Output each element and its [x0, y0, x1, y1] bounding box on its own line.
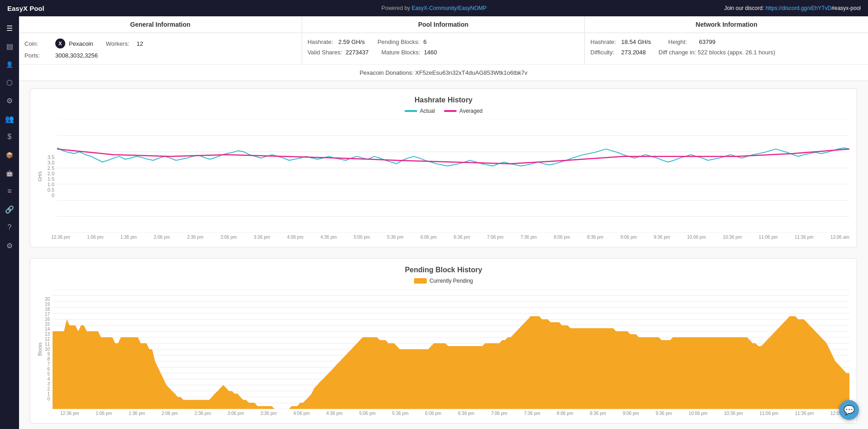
hashrate-x-axis: 12:36 pm 1:06 pm 1:36 pm 2:06 pm 2:36 pm…: [38, 235, 849, 240]
pending-chart-legend: Currently Pending: [38, 278, 849, 284]
pool-info-header: Pool Information: [302, 16, 585, 33]
pool-shares-row: Valid Shares: 2273437 Mature Blocks: 146…: [308, 47, 579, 58]
legend-pending-label: Currently Pending: [429, 278, 473, 284]
app-logo: EasyX Pool: [7, 5, 44, 12]
sidebar-item-user-add[interactable]: 👤: [1, 56, 18, 72]
hashrate-svg: [57, 120, 849, 233]
donation-bar: Pexacoin Donations: XF5zeEsu63n32xT4duAG…: [19, 64, 868, 81]
sidebar-item-settings[interactable]: ⚙: [1, 237, 18, 254]
discord-info: Join our discord: https://discord.gg/xEh…: [724, 5, 861, 11]
discord-tag: #easyx-pool: [831, 5, 861, 11]
hashrate-y-axis: 3.5 3.0 2.5 2.0 1.5 1.0 0.5 0: [43, 154, 57, 198]
sidebar: ☰ ▤ 👤 ⬡ ⚙ 👥 $ 📦 🤖 ≡ 🔗 ? ⚙: [0, 16, 19, 429]
powered-text: Powered by EasyX-Community/EasyNOMP: [381, 5, 487, 11]
discord-label: Join our discord:: [724, 5, 765, 11]
svg-marker-29: [53, 316, 849, 409]
pending-chart-inner: [53, 289, 849, 409]
sidebar-item-dashboard[interactable]: ▤: [1, 38, 18, 54]
chat-bubble[interactable]: 💬: [839, 400, 859, 420]
coin-name: Pexacoin: [69, 40, 93, 47]
ports-label: Ports:: [24, 52, 52, 59]
sidebar-item-workers[interactable]: ⚙: [1, 92, 18, 109]
coin-label: Coin:: [24, 40, 52, 47]
sidebar-item-menu[interactable]: ☰: [1, 20, 18, 36]
pool-hashrate-value: 2.59 GH/s: [338, 39, 365, 45]
main-content: General Information Pool Information Net…: [19, 16, 868, 429]
height-label: Height:: [668, 39, 695, 45]
workers-label: Workers:: [106, 40, 133, 47]
donation-text: Pexacoin Donations: XF5zeEsu63n32xT4duAG…: [360, 69, 528, 76]
sidebar-item-badge[interactable]: ⬡: [1, 74, 18, 91]
valid-shares-label: Valid Shares:: [308, 49, 342, 56]
coin-row: Coin: X Pexacoin Workers: 12: [24, 37, 296, 50]
ports-value: 3008,3032,3256: [55, 52, 98, 59]
sidebar-item-payment[interactable]: $: [1, 129, 18, 145]
network-hashrate-row: Hashrate: 18.54 GH/s Height: 63799: [590, 37, 863, 47]
difficulty-label: Difficulty:: [590, 49, 617, 56]
mature-blocks-value: 1460: [424, 49, 437, 56]
powered-link[interactable]: EasyX-Community/EasyNOMP: [412, 5, 487, 11]
pending-y-axis: 20 19 18 17 16 15 14 13 12 11 10 9: [43, 297, 53, 401]
pending-blocks-label: Pending Blocks:: [377, 39, 420, 45]
coin-icon: X: [55, 39, 65, 48]
legend-actual-label: Actual: [420, 108, 435, 114]
network-info-col: Hashrate: 18.54 GH/s Height: 63799 Diffi…: [585, 33, 868, 64]
legend-pending-color: [414, 278, 427, 284]
charts-area: Hashrate History Actual Averaged GH/s: [19, 81, 868, 429]
sidebar-item-link[interactable]: 🔗: [1, 201, 18, 217]
pool-hashrate-label: Hashrate:: [308, 39, 335, 45]
hashrate-chart-title: Hashrate History: [38, 96, 849, 104]
top-header: EasyX Pool Powered by EasyX-Community/Ea…: [0, 0, 868, 16]
general-info-header: General Information: [19, 16, 302, 33]
discord-link[interactable]: https://discord.gg/xEhYTvD: [766, 5, 831, 11]
mature-blocks-label: Mature Blocks:: [381, 49, 420, 56]
sidebar-item-package[interactable]: 📦: [1, 147, 18, 163]
info-headers: General Information Pool Information Net…: [19, 16, 868, 33]
hashrate-chart-area: GH/s 3.5 3.0 2.5 2.0 1.5 1.0 0.5 0: [38, 120, 849, 233]
diff-change: Diff change in: 522 blocks (appx. 26.1 h…: [659, 49, 776, 56]
network-hashrate-value: 18.54 GH/s: [621, 39, 651, 45]
pending-y-unit: Blocks: [38, 341, 43, 357]
sidebar-item-users[interactable]: 👥: [1, 111, 18, 127]
hashrate-chart-container: Hashrate History Actual Averaged GH/s: [30, 88, 857, 247]
pending-chart-area: Blocks 20 19 18 17 16 15 14 13 12 11: [38, 289, 849, 409]
legend-averaged-label: Averaged: [459, 108, 482, 114]
pending-chart-container: Pending Block History Currently Pending …: [30, 258, 857, 424]
pool-info-col: Hashrate: 2.59 GH/s Pending Blocks: 6 Va…: [302, 33, 585, 64]
pending-chart-title: Pending Block History: [38, 266, 849, 274]
sidebar-item-robot[interactable]: 🤖: [1, 165, 18, 181]
network-info-header: Network Information: [585, 16, 868, 33]
workers-value: 12: [136, 40, 143, 47]
legend-pending: Currently Pending: [414, 278, 473, 284]
pending-x-axis: 12:36 pm 1:06 pm 1:36 pm 2:06 pm 2:36 pm…: [38, 411, 849, 416]
sidebar-item-list[interactable]: ≡: [1, 183, 18, 199]
legend-averaged-color: [444, 110, 457, 112]
info-section: General Information Pool Information Net…: [19, 16, 868, 81]
height-value: 63799: [699, 39, 715, 45]
network-difficulty-row: Difficulty: 273.2048 Diff change in: 522…: [590, 47, 863, 58]
hashrate-chart-inner: [57, 120, 849, 233]
hashrate-chart-legend: Actual Averaged: [38, 108, 849, 114]
pending-svg: [53, 289, 849, 409]
pending-blocks-value: 6: [423, 39, 426, 45]
valid-shares-value: 2273437: [346, 49, 369, 56]
powered-label: Powered by: [381, 5, 412, 11]
general-info-col: Coin: X Pexacoin Workers: 12 Ports: 3008…: [19, 33, 302, 64]
ports-row: Ports: 3008,3032,3256: [24, 50, 296, 61]
pool-hashrate-row: Hashrate: 2.59 GH/s Pending Blocks: 6: [308, 37, 579, 47]
network-hashrate-label: Hashrate:: [590, 39, 617, 45]
legend-averaged: Averaged: [444, 108, 482, 114]
sidebar-item-help[interactable]: ?: [1, 219, 18, 236]
legend-actual: Actual: [405, 108, 435, 114]
info-rows: Coin: X Pexacoin Workers: 12 Ports: 3008…: [19, 33, 868, 64]
hashrate-y-unit: GH/s: [38, 169, 43, 183]
difficulty-value: 273.2048: [621, 49, 646, 56]
legend-actual-color: [405, 110, 417, 112]
